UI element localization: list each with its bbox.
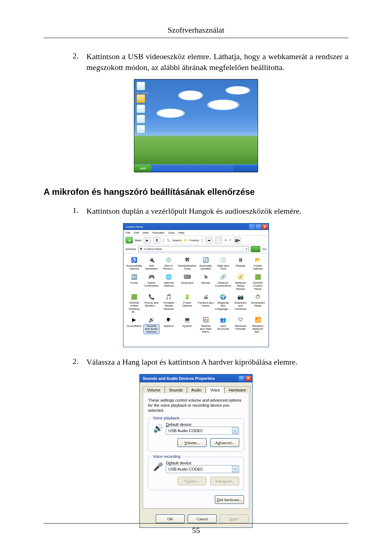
control-panel-item[interactable]: ⏱Scheduled Tasks (250, 293, 266, 314)
control-panel-item[interactable]: 🔊Sounds and Audio Devices (144, 316, 160, 334)
control-panel-item[interactable]: 💻System (178, 316, 196, 334)
tab-bar: Volume Sounds Audio Voice Hardware (140, 382, 252, 393)
dropdown-icon[interactable]: ▾ (246, 247, 247, 251)
desktop-icon (136, 94, 145, 103)
dropdown-icon[interactable]: ▾ (232, 427, 238, 434)
control-panel-item[interactable]: 🌍Regional and Language ... (215, 293, 231, 314)
maximize-icon[interactable]: □ (256, 224, 261, 229)
control-panel-item[interactable]: 🪟Taskbar and Start Menu (198, 316, 214, 334)
playback-advanced-button[interactable]: Advanced... (210, 438, 239, 447)
menu-item[interactable]: File (126, 231, 130, 234)
control-panel-item[interactable]: 💿Add or Remov... (161, 256, 177, 271)
cp-item-label: Scanners and Cameras (233, 301, 249, 311)
control-panel-item[interactable]: ⌨Keyboard (178, 273, 196, 291)
search-icon[interactable]: 🔍 (167, 239, 170, 242)
minimize-icon[interactable]: _ (249, 224, 255, 229)
control-panel-item[interactable]: 🔤Fonts (126, 273, 142, 291)
test-hardware-button[interactable]: Test hardware... (215, 495, 244, 504)
menu-item[interactable]: Favorites (152, 231, 164, 234)
voice-recording-group: Voice recording 🎤 Default device: USB Au… (148, 457, 244, 490)
address-field[interactable]: 🛠 Control Panel ▾ (138, 246, 249, 252)
menu-bar[interactable]: File Edit View Favorites Tools Help (123, 230, 269, 236)
tab-sounds[interactable]: Sounds (165, 386, 187, 393)
forward-button[interactable]: ► (144, 237, 151, 243)
cp-item-label: User Accounts (215, 325, 231, 331)
playback-volume-button[interactable]: Volume... (177, 438, 207, 447)
menu-item[interactable]: Tools (168, 231, 175, 234)
control-panel-item[interactable]: 📞Phone and Modem ... (144, 293, 160, 314)
control-panel-item[interactable]: 📷Scanners and Cameras (233, 293, 249, 314)
control-panel-item[interactable]: 🟩NVIDIA Control Panel (250, 273, 266, 291)
menu-item[interactable]: View (143, 231, 149, 234)
group-title: Voice playback (151, 416, 181, 420)
control-panel-item[interactable]: 📂Folder Options (250, 256, 266, 271)
voice-playback-group: Voice playback 🔊 Default device: USB Aud… (148, 418, 244, 452)
control-panel-item[interactable]: 🎮Game Controllers (144, 273, 160, 291)
cp-item-label: Regional and Language ... (215, 301, 231, 311)
control-panel-item[interactable]: 🧭Network Setup Wizard (233, 273, 249, 291)
cp-item-icon: 🖨 (202, 293, 210, 301)
cp-item-icon: 🖱 (202, 273, 210, 281)
control-panel-item[interactable]: 📶Wireless Network Set... (250, 316, 266, 334)
recording-advanced-button: Advanced... (210, 477, 239, 485)
playback-device-combo[interactable]: USB Audio CODEC ▾ (166, 427, 239, 435)
control-panel-item[interactable]: ♿Accessibility Options (126, 256, 142, 271)
microphone-icon: 🎤 (153, 462, 163, 472)
cp-item-icon: 🔄 (202, 256, 210, 264)
tab-hardware[interactable]: Hardware (224, 386, 250, 393)
desktop-icon (136, 104, 145, 113)
cp-item-icon: 🔗 (219, 273, 227, 281)
control-panel-item[interactable]: 🎵Portable Media Devices (161, 293, 177, 314)
dialog-description: These settings control volume and advanc… (148, 398, 244, 413)
cp-item-icon: 📂 (254, 256, 262, 264)
control-panel-item[interactable]: 🔌Add Hardware (144, 256, 160, 271)
control-panel-item[interactable]: 🔄Automatic Updates (198, 256, 214, 271)
undo-button[interactable]: ↶ (229, 239, 232, 242)
cp-item-icon: 🔋 (183, 293, 191, 301)
folders-icon[interactable]: 📁 (184, 239, 187, 242)
up-button[interactable]: ⬆ (153, 237, 160, 243)
tab-voice[interactable]: Voice (206, 386, 224, 393)
control-panel-item[interactable]: 🔗Network Connections (215, 273, 231, 291)
list-number: 2. (73, 51, 86, 73)
cp-item-icon: 🛠 (183, 256, 191, 264)
views-button[interactable]: ▦▾ (234, 237, 241, 243)
move-to-button[interactable]: ➡ (205, 237, 213, 243)
control-panel-item[interactable]: 🔋Power Options (178, 293, 196, 314)
control-panel-item[interactable]: 🖱Mouse (198, 273, 214, 291)
tab-audio[interactable]: Audio (187, 386, 206, 393)
window-title: Control Panel (126, 225, 143, 229)
close-icon[interactable]: ✕ (245, 376, 251, 381)
close-icon[interactable]: ✕ (262, 224, 268, 229)
control-panel-item[interactable]: 🗣Speech (161, 316, 177, 334)
cp-item-label: Wireless Network Set... (250, 325, 266, 334)
cp-item-icon: 🧭 (237, 273, 245, 281)
control-panel-item[interactable]: 🕓Date and Time (215, 256, 231, 271)
help-icon[interactable]: ? (238, 376, 244, 381)
control-panel-item[interactable]: ▶SoundMAX (126, 316, 142, 334)
section-heading: A mikrofon és hangszóró beállításának el… (44, 187, 348, 197)
control-panel-item[interactable]: 👥User Accounts (215, 316, 231, 334)
cp-item-icon: 👥 (219, 316, 227, 324)
cp-item-label: Folder Options (250, 264, 266, 271)
cp-item-icon: ♿ (130, 256, 138, 264)
go-button[interactable]: → (251, 246, 260, 252)
menu-item[interactable]: Edit (134, 231, 139, 234)
cp-item-icon: 📷 (237, 293, 245, 301)
recording-device-combo[interactable]: USB Audio CODEC ▾ (166, 465, 239, 473)
cp-item-label: NVIDIA nView Desktop M... (126, 301, 142, 314)
desktop-icon (136, 125, 145, 134)
back-button[interactable]: ◄ (126, 237, 133, 243)
tab-volume[interactable]: Volume (143, 386, 165, 393)
control-panel-item[interactable]: 🌐Internet Options (161, 273, 177, 291)
control-panel-item[interactable]: 🖥Display (233, 256, 249, 271)
copy-to-button[interactable]: 📄 (215, 237, 222, 243)
dropdown-icon[interactable]: ▾ (232, 466, 238, 472)
footer-rule (44, 523, 348, 524)
delete-button[interactable]: ✕ (224, 239, 227, 242)
control-panel-item[interactable]: 🛠Administrative Tools (178, 256, 196, 271)
control-panel-item[interactable]: 🛡Windows Firewall (233, 316, 249, 334)
control-panel-item[interactable]: 🟩NVIDIA nView Desktop M... (126, 293, 142, 314)
control-panel-item[interactable]: 🖨Printers and Faxes (198, 293, 214, 314)
menu-item[interactable]: Help (178, 231, 184, 234)
